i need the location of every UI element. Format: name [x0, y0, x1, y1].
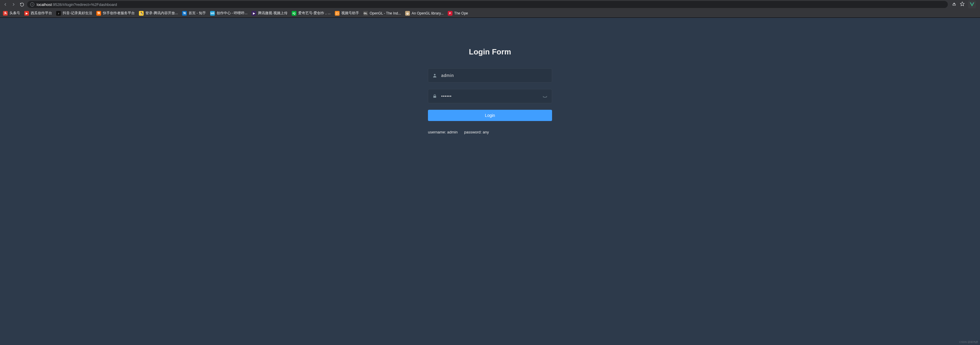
svg-marker-1	[960, 2, 964, 6]
login-tips: username: admin password: any	[428, 130, 552, 134]
bookmark-favicon: GL	[363, 11, 368, 16]
bookmark-item[interactable]: iQ爱奇艺号-爱创作，...	[292, 11, 331, 16]
bookmark-favicon: ▶	[251, 11, 256, 16]
bookmark-item[interactable]: GLOpenGL - The Ind...	[363, 11, 401, 16]
bookmark-label: 创作中心 - 哔哩哔...	[216, 11, 248, 16]
bookmark-favicon: ◒	[405, 11, 410, 16]
bookmark-favicon: ( )	[335, 11, 340, 16]
forward-button	[11, 2, 17, 7]
bookmark-item[interactable]: ( )视频号助手	[335, 11, 359, 16]
bookmark-label: 登录-腾讯内容开放...	[145, 11, 178, 16]
username-field-wrap	[428, 68, 552, 83]
back-button[interactable]	[2, 2, 8, 7]
bookmark-label: 视频号助手	[341, 11, 359, 16]
bookmark-favicon: ▶	[24, 11, 29, 16]
bookmark-label: 爱奇艺号-爱创作，...	[298, 11, 331, 16]
bookmark-label: 首页 - 知乎	[189, 11, 206, 16]
bookmark-favicon: 知	[182, 11, 187, 16]
eye-closed-icon[interactable]	[542, 94, 547, 99]
tip-username: username: admin	[428, 130, 458, 134]
page-title: Login Form	[428, 47, 552, 56]
browser-toolbar: i localhost:9528/#/login?redirect=%2Fdas…	[0, 0, 980, 9]
bookmark-label: 西瓜创作平台	[31, 11, 52, 16]
url-text: localhost:9528/#/login?redirect=%2Fdashb…	[37, 2, 117, 7]
browser-chrome: i localhost:9528/#/login?redirect=%2Fdas…	[0, 0, 980, 18]
bookmark-item[interactable]: bili创作中心 - 哔哩哔...	[210, 11, 248, 16]
share-icon[interactable]	[952, 2, 956, 7]
url-bar[interactable]: i localhost:9528/#/login?redirect=%2Fdas…	[27, 1, 948, 8]
bookmark-label: 快手创作者服务平台	[103, 11, 135, 16]
bookmark-item[interactable]: 快快手创作者服务平台	[96, 11, 135, 16]
bookmark-favicon: iQ	[292, 11, 296, 16]
bookmark-item[interactable]: ▶腾讯微视·视频上传	[251, 11, 287, 16]
vue-extension-icon[interactable]	[968, 1, 976, 8]
bookmark-label: 抖音-记录美好生活	[63, 11, 92, 16]
bookmark-favicon: 🐧	[139, 11, 144, 16]
bookmark-label: 腾讯微视·视频上传	[258, 11, 287, 16]
bookmark-favicon: ♪	[56, 11, 61, 16]
url-host: localhost	[37, 2, 52, 7]
bookmark-item[interactable]: ▶西瓜创作平台	[24, 11, 52, 16]
bookmark-label: 头条号	[10, 11, 20, 16]
bookmark-favicon: bili	[210, 11, 215, 16]
bookmark-favicon: 快	[96, 11, 101, 16]
login-form: Login Form Login username: admin passwor…	[428, 18, 552, 134]
reload-button[interactable]	[19, 2, 25, 7]
bookmark-item[interactable]: 🐧登录-腾讯内容开放...	[139, 11, 178, 16]
login-button[interactable]: Login	[428, 110, 552, 121]
bookmark-item[interactable]: ♪抖音-记录美好生活	[56, 11, 92, 16]
bookmark-item[interactable]: 头头条号	[3, 11, 20, 16]
url-rest: :9528/#/login?redirect=%2Fdashboard	[52, 2, 117, 7]
svg-point-2	[434, 74, 435, 75]
lock-icon	[433, 94, 437, 99]
bookmark-label: An OpenGL library...	[412, 11, 444, 15]
bookmark-label: OpenGL - The Ind...	[370, 11, 401, 15]
bookmark-favicon: 头	[3, 11, 8, 16]
bookmark-item[interactable]: 知首页 - 知乎	[182, 11, 206, 16]
site-info-icon[interactable]: i	[30, 2, 34, 6]
bookmark-star-icon[interactable]	[960, 2, 965, 7]
user-icon	[433, 73, 437, 78]
bookmark-favicon: P	[448, 11, 452, 16]
svg-rect-3	[433, 96, 436, 97]
watermark: CSDN @林鸿群	[959, 340, 978, 344]
bookmark-label: The Ope	[454, 11, 468, 15]
tip-password: password: any	[464, 130, 489, 134]
bookmark-item[interactable]: PThe Ope	[448, 11, 468, 16]
password-input[interactable]	[441, 94, 538, 99]
password-field-wrap	[428, 89, 552, 103]
toolbar-right	[950, 1, 978, 8]
bookmarks-bar: 头头条号▶西瓜创作平台♪抖音-记录美好生活快快手创作者服务平台🐧登录-腾讯内容开…	[0, 9, 980, 18]
bookmark-item[interactable]: ◒An OpenGL library...	[405, 11, 444, 16]
page-content: Login Form Login username: admin passwor…	[0, 18, 980, 345]
username-input[interactable]	[441, 73, 547, 78]
